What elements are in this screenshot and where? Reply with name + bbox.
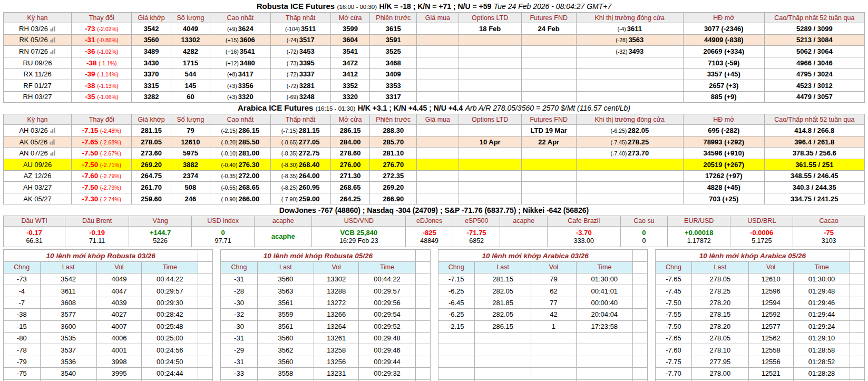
cell-time: 01:29:10 [793, 333, 850, 344]
cell-volume: 145 [171, 80, 210, 91]
cell-spacer [850, 273, 865, 285]
col-low: Thấp nhất [270, 114, 330, 125]
market-subvalue: 6852 [469, 237, 484, 245]
cell-open-interest: 7103 (-59) [683, 57, 764, 69]
cell-options-ltd [459, 170, 521, 182]
col-time: Time [359, 261, 415, 273]
cell-open-interest: 20669 (+334) [683, 46, 764, 57]
low-value: 3337 [299, 70, 315, 78]
cell-chng [438, 344, 475, 356]
cell-last-price: 264.75 [132, 170, 171, 182]
cell-close [576, 170, 683, 182]
cell-52week-range: 378.35 / 256.6 [764, 148, 864, 159]
cell-chng: -6.25 [438, 309, 475, 320]
change-value: -7.60 [82, 172, 98, 180]
cell-vol: 13256 [314, 356, 359, 367]
market-subvalue: 16:29 Feb 23 [339, 237, 378, 245]
cell-prev-session: 281.10 [370, 148, 417, 159]
order-row: -7.50 278.20 12577 01:29:24 [655, 320, 864, 332]
cell-time: 00:29:32 [359, 368, 415, 379]
cell-52week-range: 348.55 / 246.45 [764, 170, 864, 182]
cell-change: -36 (-1.02%) [72, 46, 132, 57]
arabica-arb-note: Arb A/R 278.05/3560 = 2570 $/Mt (116.57 … [465, 104, 630, 112]
order-row: -31 3560 13302 00:44:22 [221, 273, 430, 285]
cell-vol: 4007 [96, 320, 141, 332]
cell-last: 278.05 [692, 273, 748, 285]
cell-change: -73 (-2.02%) [72, 23, 132, 35]
cell-time: 00:29:44 [359, 356, 415, 367]
cell-options-ltd [459, 182, 521, 193]
cell-chng: -79 [4, 356, 41, 367]
order-row [438, 368, 647, 379]
recent-orders-section: 10 lệnh mới khớp Robusta 03/26 Chng Last… [3, 249, 865, 381]
cell-open: 271.30 [330, 170, 369, 182]
contract-label: RK 05/26 [19, 36, 47, 44]
col-options-ltd: Options LTD [459, 13, 521, 23]
close-delta: (-6.25) [610, 128, 627, 134]
order-row: -38 3577 4027 00:28:42 [4, 309, 213, 320]
robusta-header-row: Kỳ hạn Thay đổi Giá khớp Số lượng Cao nh… [4, 13, 865, 23]
chart-icon[interactable] [50, 128, 56, 133]
change-value: -36 [85, 47, 95, 55]
low-delta: (-104) [285, 26, 300, 32]
order-row: -6.25 282.05 42 20:04:04 [438, 309, 647, 320]
cell-prev-session: 272.35 [370, 170, 417, 182]
cell-volume: 79 [171, 125, 210, 136]
cell-chng: -7.60 [655, 344, 692, 356]
cell-52week-range: 5213 / 3084 [764, 34, 864, 46]
chart-icon[interactable] [50, 26, 56, 32]
cell-contract: AN 07/26 [4, 148, 72, 159]
orders-table-arabica-0326: 10 lệnh mới khớp Arabica 03/26 Chng Last… [438, 249, 648, 381]
order-row [438, 333, 647, 344]
cell-close: (-28)3563 [576, 34, 683, 46]
cell-last: 278.20 [692, 297, 748, 308]
cell-bid [417, 159, 459, 170]
cell-52week-range: 334.75 / 241.25 [764, 193, 864, 204]
order-row: -7.65 278.05 12610 01:30:00 [655, 273, 864, 285]
cell-bid [417, 182, 459, 193]
chart-icon[interactable] [50, 48, 56, 54]
market-label: acaphe [255, 216, 311, 227]
contract-label: RX 11/26 [23, 70, 51, 78]
market-label: Vàng [129, 216, 191, 227]
cell-vol: 12556 [748, 356, 793, 367]
cell-spacer [198, 261, 213, 273]
cell-open-interest: 703 (+25) [683, 193, 764, 204]
cell-high: (-0.20)285.50 [210, 136, 270, 148]
cell-volume: 1715 [171, 57, 210, 69]
cell-time: 00:29:56 [359, 297, 415, 308]
cell-open-interest: 3357 (+45) [683, 69, 764, 80]
cell-vol: 13258 [314, 344, 359, 356]
market-cell: eSP500 -71.75 6852 [453, 216, 501, 247]
cell-change: -39 (-1.14%) [72, 69, 132, 80]
chart-icon[interactable] [50, 139, 55, 145]
chart-icon[interactable] [50, 150, 56, 156]
market-label: Cao su [621, 216, 668, 227]
cell-close: (-6.25)282.05 [576, 125, 683, 136]
col-prev-session: Phiên trước [370, 13, 417, 23]
cell-low: (-72)3281 [270, 80, 330, 91]
cell-52week-range: 4795 / 3024 [764, 69, 864, 80]
order-header-row: Chng Last Vol Time [221, 261, 430, 273]
cell-open-interest: 20519 (+267) [683, 159, 764, 170]
chart-icon[interactable] [50, 37, 56, 43]
high-value: 3606 [240, 36, 255, 44]
order-row: -7.50 278.20 12594 01:29:46 [655, 297, 864, 308]
futures-row: AK 05/26 -7.65 (-2.68%) 278.05 12610 (-0… [4, 136, 865, 148]
cell-bid [417, 57, 459, 69]
cell-time: 00:25:48 [142, 320, 198, 332]
col-last-price: Giá khớp [132, 13, 171, 23]
low-delta: (-72) [287, 48, 298, 55]
high-value: 285.50 [238, 138, 259, 146]
order-row: -4 3611 4047 00:29:57 [4, 285, 213, 297]
contract-label: RH 03/27 [23, 93, 52, 101]
cell-chng [438, 333, 475, 344]
cell-open-interest: 44909 (-838) [683, 34, 764, 46]
high-delta: (-0.90) [221, 196, 237, 202]
cell-futures-fnd [521, 57, 576, 69]
cell-prev-session: 3353 [370, 80, 417, 91]
order-title-row: 10 lệnh mới khớp Robusta 03/26 [4, 250, 213, 261]
market-value: -3.70 [576, 229, 592, 237]
order-row: -33 3558 13231 00:29:32 [221, 368, 430, 379]
close-delta: (-7.40) [610, 150, 627, 157]
